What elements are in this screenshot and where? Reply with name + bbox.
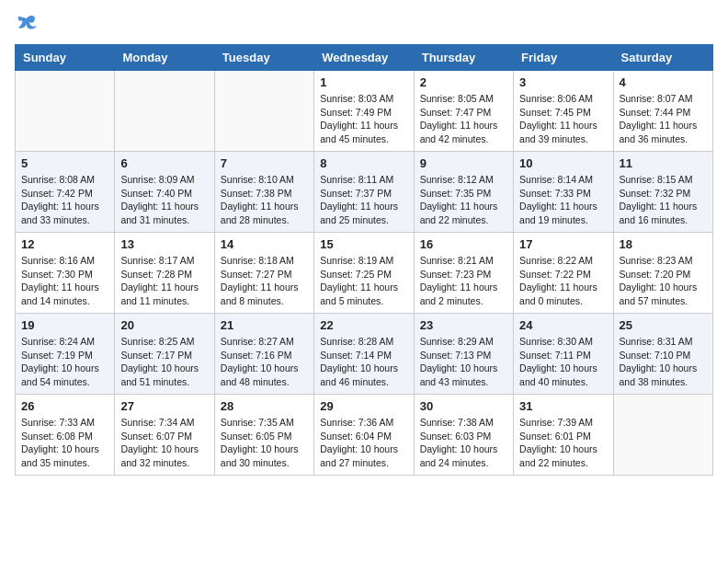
calendar-cell: 11Sunrise: 8:15 AM Sunset: 7:32 PM Dayli… (613, 152, 712, 233)
day-info: Sunrise: 8:30 AM Sunset: 7:11 PM Dayligh… (519, 335, 607, 389)
day-info: Sunrise: 8:21 AM Sunset: 7:23 PM Dayligh… (420, 254, 507, 308)
day-number: 27 (120, 399, 208, 413)
calendar-cell: 26Sunrise: 7:33 AM Sunset: 6:08 PM Dayli… (16, 395, 115, 476)
calendar-cell: 2Sunrise: 8:05 AM Sunset: 7:47 PM Daylig… (414, 71, 513, 152)
day-number: 6 (120, 156, 208, 170)
day-number: 9 (420, 156, 507, 170)
weekday-header: Thursday (414, 45, 513, 71)
day-number: 14 (221, 237, 308, 251)
day-info: Sunrise: 7:35 AM Sunset: 6:05 PM Dayligh… (221, 416, 308, 470)
day-number: 11 (620, 156, 707, 170)
calendar-cell: 18Sunrise: 8:23 AM Sunset: 7:20 PM Dayli… (613, 233, 712, 314)
day-number: 17 (519, 237, 607, 251)
day-number: 8 (320, 156, 407, 170)
calendar-cell: 29Sunrise: 7:36 AM Sunset: 6:04 PM Dayli… (314, 395, 414, 476)
day-number: 23 (420, 318, 507, 332)
day-info: Sunrise: 8:22 AM Sunset: 7:22 PM Dayligh… (519, 254, 607, 308)
day-number: 13 (120, 237, 208, 251)
day-number: 20 (120, 318, 208, 332)
calendar-cell: 16Sunrise: 8:21 AM Sunset: 7:23 PM Dayli… (414, 233, 513, 314)
calendar-cell: 19Sunrise: 8:24 AM Sunset: 7:19 PM Dayli… (16, 314, 115, 395)
day-number: 5 (21, 156, 108, 170)
day-number: 24 (519, 318, 607, 332)
day-info: Sunrise: 8:09 AM Sunset: 7:40 PM Dayligh… (120, 173, 208, 227)
calendar-cell (613, 395, 712, 476)
weekday-header: Wednesday (314, 45, 414, 71)
calendar-cell: 24Sunrise: 8:30 AM Sunset: 7:11 PM Dayli… (514, 314, 613, 395)
day-info: Sunrise: 8:28 AM Sunset: 7:14 PM Dayligh… (320, 335, 407, 389)
day-number: 15 (320, 237, 407, 251)
calendar-cell (16, 71, 115, 152)
day-number: 19 (21, 318, 108, 332)
day-info: Sunrise: 8:05 AM Sunset: 7:47 PM Dayligh… (420, 92, 507, 146)
day-number: 12 (21, 237, 108, 251)
day-number: 25 (620, 318, 707, 332)
day-info: Sunrise: 8:18 AM Sunset: 7:27 PM Dayligh… (221, 254, 308, 308)
day-info: Sunrise: 7:34 AM Sunset: 6:07 PM Dayligh… (120, 416, 208, 470)
day-number: 1 (320, 75, 407, 89)
day-info: Sunrise: 8:03 AM Sunset: 7:49 PM Dayligh… (320, 92, 407, 146)
day-info: Sunrise: 8:15 AM Sunset: 7:32 PM Dayligh… (620, 173, 707, 227)
day-info: Sunrise: 8:23 AM Sunset: 7:20 PM Dayligh… (620, 254, 707, 308)
day-info: Sunrise: 8:25 AM Sunset: 7:17 PM Dayligh… (120, 335, 208, 389)
calendar-cell: 27Sunrise: 7:34 AM Sunset: 6:07 PM Dayli… (115, 395, 214, 476)
day-info: Sunrise: 8:29 AM Sunset: 7:13 PM Dayligh… (420, 335, 507, 389)
calendar-cell: 31Sunrise: 7:39 AM Sunset: 6:01 PM Dayli… (514, 395, 613, 476)
day-info: Sunrise: 8:06 AM Sunset: 7:45 PM Dayligh… (519, 92, 607, 146)
day-info: Sunrise: 8:17 AM Sunset: 7:28 PM Dayligh… (120, 254, 208, 308)
day-number: 2 (420, 75, 507, 89)
calendar-cell: 21Sunrise: 8:27 AM Sunset: 7:16 PM Dayli… (214, 314, 313, 395)
calendar-cell: 22Sunrise: 8:28 AM Sunset: 7:14 PM Dayli… (314, 314, 414, 395)
calendar-table: SundayMondayTuesdayWednesdayThursdayFrid… (15, 44, 713, 476)
logo (15, 15, 37, 33)
calendar-cell (214, 71, 313, 152)
day-info: Sunrise: 8:14 AM Sunset: 7:33 PM Dayligh… (519, 173, 607, 227)
day-info: Sunrise: 8:08 AM Sunset: 7:42 PM Dayligh… (21, 173, 108, 227)
calendar-cell: 3Sunrise: 8:06 AM Sunset: 7:45 PM Daylig… (514, 71, 613, 152)
weekday-header: Sunday (16, 45, 115, 71)
calendar-cell: 12Sunrise: 8:16 AM Sunset: 7:30 PM Dayli… (16, 233, 115, 314)
day-info: Sunrise: 8:16 AM Sunset: 7:30 PM Dayligh… (21, 254, 108, 308)
day-number: 18 (620, 237, 707, 251)
day-info: Sunrise: 8:12 AM Sunset: 7:35 PM Dayligh… (420, 173, 507, 227)
page-header (15, 15, 713, 33)
calendar-cell: 8Sunrise: 8:11 AM Sunset: 7:37 PM Daylig… (314, 152, 414, 233)
calendar-cell: 1Sunrise: 8:03 AM Sunset: 7:49 PM Daylig… (314, 71, 414, 152)
day-number: 21 (221, 318, 308, 332)
day-info: Sunrise: 7:39 AM Sunset: 6:01 PM Dayligh… (519, 416, 607, 470)
day-info: Sunrise: 8:19 AM Sunset: 7:25 PM Dayligh… (320, 254, 407, 308)
day-number: 31 (519, 399, 607, 413)
calendar-cell: 14Sunrise: 8:18 AM Sunset: 7:27 PM Dayli… (214, 233, 313, 314)
day-info: Sunrise: 7:36 AM Sunset: 6:04 PM Dayligh… (320, 416, 407, 470)
calendar-cell: 9Sunrise: 8:12 AM Sunset: 7:35 PM Daylig… (414, 152, 513, 233)
day-number: 26 (21, 399, 108, 413)
calendar-cell: 4Sunrise: 8:07 AM Sunset: 7:44 PM Daylig… (613, 71, 712, 152)
weekday-header: Saturday (613, 45, 712, 71)
day-number: 28 (221, 399, 308, 413)
day-info: Sunrise: 8:11 AM Sunset: 7:37 PM Dayligh… (320, 173, 407, 227)
calendar-cell: 20Sunrise: 8:25 AM Sunset: 7:17 PM Dayli… (115, 314, 214, 395)
day-number: 30 (420, 399, 507, 413)
day-info: Sunrise: 8:31 AM Sunset: 7:10 PM Dayligh… (620, 335, 707, 389)
calendar-cell: 5Sunrise: 8:08 AM Sunset: 7:42 PM Daylig… (16, 152, 115, 233)
day-info: Sunrise: 8:27 AM Sunset: 7:16 PM Dayligh… (221, 335, 308, 389)
calendar-cell: 25Sunrise: 8:31 AM Sunset: 7:10 PM Dayli… (613, 314, 712, 395)
day-number: 3 (519, 75, 607, 89)
day-info: Sunrise: 8:07 AM Sunset: 7:44 PM Dayligh… (620, 92, 707, 146)
calendar-cell: 23Sunrise: 8:29 AM Sunset: 7:13 PM Dayli… (414, 314, 513, 395)
weekday-header: Monday (115, 45, 214, 71)
calendar-cell: 28Sunrise: 7:35 AM Sunset: 6:05 PM Dayli… (214, 395, 313, 476)
weekday-header: Friday (514, 45, 613, 71)
calendar-cell: 13Sunrise: 8:17 AM Sunset: 7:28 PM Dayli… (115, 233, 214, 314)
day-info: Sunrise: 7:33 AM Sunset: 6:08 PM Dayligh… (21, 416, 108, 470)
calendar-cell (115, 71, 214, 152)
day-info: Sunrise: 8:24 AM Sunset: 7:19 PM Dayligh… (21, 335, 108, 389)
day-number: 4 (620, 75, 707, 89)
day-number: 29 (320, 399, 407, 413)
calendar-cell: 7Sunrise: 8:10 AM Sunset: 7:38 PM Daylig… (214, 152, 313, 233)
weekday-header: Tuesday (214, 45, 313, 71)
day-number: 10 (519, 156, 607, 170)
calendar-cell: 17Sunrise: 8:22 AM Sunset: 7:22 PM Dayli… (514, 233, 613, 314)
calendar-cell: 15Sunrise: 8:19 AM Sunset: 7:25 PM Dayli… (314, 233, 414, 314)
logo-bird-icon (17, 15, 37, 33)
